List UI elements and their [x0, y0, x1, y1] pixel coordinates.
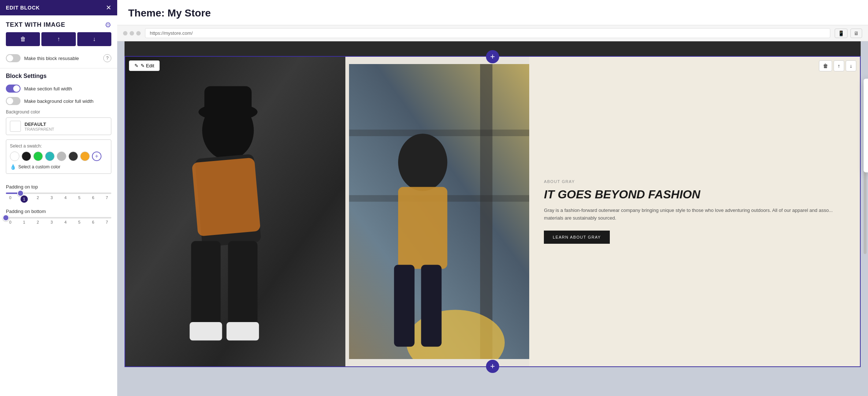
bot-num-1: 1 — [21, 220, 28, 224]
swatches-row: + — [10, 152, 107, 161]
browser-icons: 📱 🖥 — [835, 29, 862, 38]
main-area: Theme: My Store https://mystore.com/ 📱 🖥… — [117, 0, 868, 396]
swatch-section: Select a swatch: + 💧 Select a custom col… — [6, 139, 111, 174]
add-block-bottom-button[interactable]: + — [486, 360, 499, 373]
add-block-top-button[interactable]: + — [486, 50, 499, 63]
full-width-row: Make section full width — [6, 85, 111, 93]
divider — [0, 68, 117, 68]
cta-button[interactable]: LEARN ABOUT GRAY — [544, 231, 609, 244]
block-settings-title: Block Settings — [6, 73, 111, 79]
padding-bottom-label: Padding on bottom — [6, 209, 111, 214]
padding-top-label: Padding on top — [6, 184, 111, 190]
num-3: 3 — [48, 195, 55, 203]
padding-top-section: Padding on top 0 1 2 3 4 5 6 7 — [0, 184, 117, 203]
text-image-block: + ✎ ✎ Edit 🗑 ↑ ↓ — [125, 56, 861, 367]
edit-label: ✎ Edit — [141, 63, 154, 68]
bot-num-5: 5 — [76, 220, 83, 224]
block-toolbar: ✎ ✎ Edit — [129, 60, 160, 71]
full-width-toggle[interactable] — [6, 85, 21, 93]
svg-rect-10 — [204, 86, 252, 116]
svg-rect-20 — [394, 265, 415, 347]
swatch-white[interactable] — [10, 152, 19, 161]
swatch-gray[interactable] — [57, 152, 66, 161]
edit-block-panel: EDIT BLOCK ✕ TEXT WITH IMAGE ⚙ 🗑 ↑ ↓ Mak… — [0, 0, 117, 396]
color-labels: DEFAULT TRANSPARENT — [25, 122, 54, 131]
canvas-area: + ✎ ✎ Edit 🗑 ↑ ↓ — [117, 41, 868, 396]
description-text: Gray is a fashion-forward outerwear comp… — [544, 207, 845, 222]
slider-bottom-num-row: 0 1 2 3 4 5 6 7 — [6, 220, 111, 224]
mobile-view-button[interactable]: 📱 — [835, 29, 847, 38]
browser-dots — [123, 31, 141, 36]
text-image-section: ABOUT GRAY IT GOES BEYOND FASHION Gray i… — [125, 57, 860, 366]
swatch-dark[interactable] — [68, 152, 78, 161]
slider-bottom-thumb[interactable] — [3, 214, 9, 221]
edit-block-button[interactable]: ✎ ✎ Edit — [129, 60, 160, 71]
bot-num-7: 7 — [103, 220, 111, 224]
position-panel: Position Left Right Center Scale Cover C… — [864, 79, 868, 172]
swatch-black[interactable] — [22, 152, 31, 161]
padding-bottom-section: Padding on bottom 0 1 2 3 4 5 6 7 — [0, 209, 117, 224]
svg-rect-21 — [421, 265, 442, 347]
color-box[interactable]: DEFAULT TRANSPARENT — [6, 117, 111, 135]
image-side — [125, 57, 529, 366]
bot-num-4: 4 — [62, 220, 69, 224]
theme-title-text: Theme: My Store — [128, 7, 211, 19]
full-width-label: Make section full width — [24, 86, 72, 91]
reusable-row: Make this block resusable ? — [0, 51, 117, 68]
block-delete-button[interactable]: 🗑 — [819, 60, 832, 71]
color-main-label: DEFAULT — [25, 122, 54, 127]
bg-full-width-label: Make background color full width — [24, 98, 93, 104]
swatch-teal[interactable] — [45, 152, 55, 161]
svg-rect-7 — [226, 322, 259, 340]
gear-icon-button[interactable]: ⚙ — [105, 20, 111, 29]
bg-full-width-row: Make background color full width — [6, 97, 111, 105]
fashion-image-1 — [125, 57, 345, 366]
delete-block-button[interactable]: 🗑 — [6, 32, 40, 46]
dropper-icon: 💧 — [10, 164, 16, 170]
dot-3 — [136, 31, 141, 36]
num-4: 4 — [62, 195, 69, 203]
custom-color-row[interactable]: 💧 Select a custom color — [10, 164, 107, 170]
theme-title: Theme: My Store — [117, 0, 868, 25]
block-up-button[interactable]: ↑ — [834, 60, 844, 71]
url-bar[interactable]: https://mystore.com/ — [145, 28, 830, 38]
block-title-row: TEXT WITH IMAGE ⚙ — [0, 15, 117, 32]
num-7: 7 — [103, 195, 111, 203]
custom-color-label: Select a custom color — [18, 164, 60, 169]
edit-pencil-icon: ✎ — [134, 63, 138, 68]
num-0: 0 — [7, 195, 14, 203]
swatch-orange[interactable] — [80, 152, 90, 161]
slider-top-thumb[interactable] — [17, 190, 24, 197]
color-sub-label: TRANSPARENT — [25, 127, 54, 131]
add-swatch-button[interactable]: + — [92, 152, 101, 161]
desktop-view-button[interactable]: 🖥 — [850, 29, 862, 38]
about-label: ABOUT GRAY — [544, 179, 845, 184]
reusable-toggle[interactable] — [6, 54, 21, 62]
color-preview-swatch — [10, 121, 21, 132]
bot-num-3: 3 — [48, 220, 55, 224]
slider-top-num-row: 0 1 2 3 4 5 6 7 — [6, 195, 111, 203]
block-down-button[interactable]: ↓ — [846, 60, 856, 71]
help-button[interactable]: ? — [103, 54, 111, 62]
bot-num-2: 2 — [34, 220, 41, 224]
padding-bottom-track — [6, 217, 111, 218]
svg-rect-6 — [190, 322, 222, 340]
svg-point-18 — [398, 134, 447, 191]
move-down-button[interactable]: ↓ — [77, 32, 111, 46]
dot-2 — [130, 31, 134, 36]
block-title: TEXT WITH IMAGE — [6, 21, 65, 29]
block-actions-right: 🗑 ↑ ↓ — [819, 60, 856, 71]
panel-header-title: EDIT BLOCK — [6, 5, 40, 11]
move-up-button[interactable]: ↑ — [41, 32, 75, 46]
panel-header: EDIT BLOCK ✕ — [0, 0, 117, 15]
swatch-green[interactable] — [33, 152, 43, 161]
svg-rect-15 — [349, 130, 529, 136]
text-side: ABOUT GRAY IT GOES BEYOND FASHION Gray i… — [529, 57, 860, 366]
svg-rect-13 — [480, 64, 493, 359]
bg-full-width-toggle[interactable] — [6, 97, 21, 105]
bg-color-label: Background color — [6, 109, 111, 115]
close-button[interactable]: ✕ — [106, 4, 111, 11]
num-6: 6 — [89, 195, 97, 203]
swatch-label: Select a swatch: — [10, 143, 107, 149]
browser-bar: https://mystore.com/ 📱 🖥 — [117, 25, 868, 41]
